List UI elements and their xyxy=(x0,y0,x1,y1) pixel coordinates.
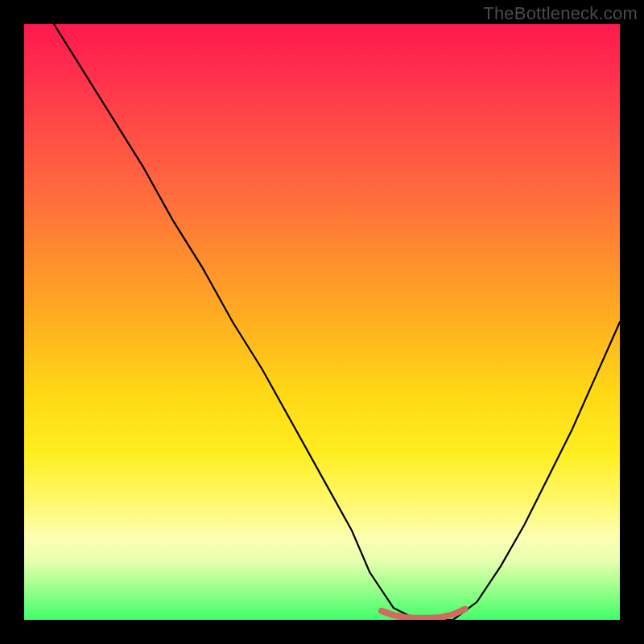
bottleneck-curve xyxy=(54,24,620,620)
watermark-text: TheBottleneck.com xyxy=(483,3,638,24)
chart-frame: TheBottleneck.com xyxy=(0,0,644,644)
optimal-band xyxy=(382,609,465,618)
plot-area xyxy=(24,24,620,620)
curve-layer xyxy=(24,24,620,620)
